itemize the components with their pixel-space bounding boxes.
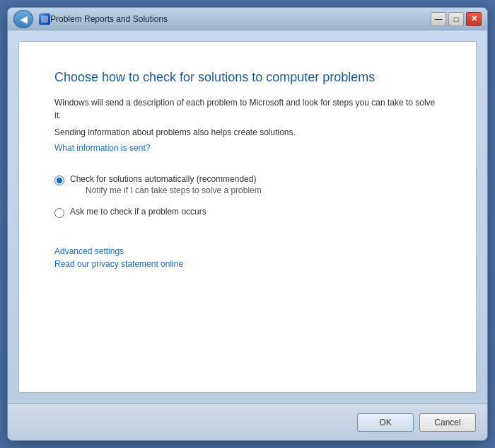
radio-label-auto: Check for solutions automatically (recom… (70, 174, 262, 184)
window-controls: — □ ✕ (431, 12, 482, 26)
info-link[interactable]: What information is sent? (54, 143, 441, 153)
description-line1: Windows will send a description of each … (54, 96, 441, 122)
advanced-settings-link[interactable]: Advanced settings (54, 246, 441, 256)
radio-option-auto[interactable]: Check for solutions automatically (recom… (54, 174, 441, 195)
back-arrow-icon: ◀ (20, 13, 28, 25)
window-icon (39, 13, 50, 25)
radio-option-manual[interactable]: Ask me to check if a problem occurs (54, 207, 441, 218)
maximize-button[interactable]: □ (448, 12, 464, 26)
content-area: Choose how to check for solutions to com… (8, 30, 487, 403)
radio-input-auto[interactable] (54, 176, 64, 185)
titlebar: ◀ Problem Reports and Solutions — □ ✕ (8, 8, 487, 30)
radio-group: Check for solutions automatically (recom… (54, 174, 441, 218)
description-line2: Sending information about problems also … (54, 126, 441, 139)
radio-sublabel-auto: Notify me if I can take steps to solve a… (86, 185, 262, 195)
radio-label-group-manual: Ask me to check if a problem occurs (70, 207, 206, 217)
back-button[interactable]: ◀ (13, 10, 33, 28)
links-section: Advanced settings Read our privacy state… (54, 246, 441, 269)
main-window: ◀ Problem Reports and Solutions — □ ✕ Ch… (7, 7, 488, 441)
panel-heading: Choose how to check for solutions to com… (54, 70, 441, 85)
ok-button[interactable]: OK (357, 413, 414, 432)
cancel-button[interactable]: Cancel (419, 413, 476, 432)
privacy-statement-link[interactable]: Read our privacy statement online (54, 259, 441, 269)
close-button[interactable]: ✕ (466, 12, 482, 26)
radio-input-manual[interactable] (54, 208, 64, 218)
radio-label-group-auto: Check for solutions automatically (recom… (70, 174, 262, 195)
main-panel: Choose how to check for solutions to com… (18, 41, 477, 393)
radio-label-manual: Ask me to check if a problem occurs (70, 207, 206, 217)
bottom-bar: OK Cancel (8, 403, 487, 440)
minimize-button[interactable]: — (431, 12, 446, 26)
window-title: Problem Reports and Solutions (50, 14, 168, 24)
